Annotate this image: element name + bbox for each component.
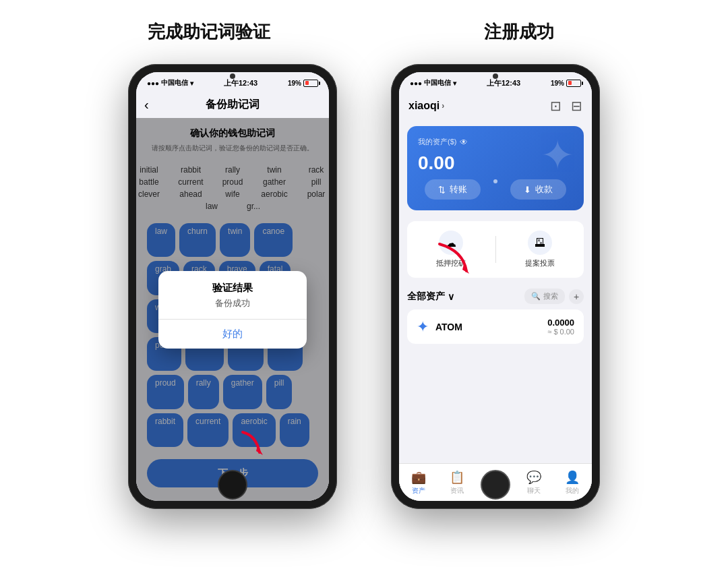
assets-search-area: 🔍 搜索 + xyxy=(524,289,584,304)
modal-ok-button[interactable]: 好的 xyxy=(158,320,307,349)
phone-camera xyxy=(230,73,235,79)
proposal-action[interactable]: 🗳 提案投票 xyxy=(496,231,584,268)
phone2-content: xiaoqi › ⊡ ⊟ ✦ 我的资产($) 👁 0.00 xyxy=(399,91,592,501)
receive-icon: ⬇ xyxy=(524,185,531,195)
profile-tab-icon: 👤 xyxy=(565,470,580,485)
carrier-label: 中国电信 xyxy=(161,78,188,88)
left-title: 完成助记词验证 xyxy=(148,22,270,42)
news-tab-icon: 📋 xyxy=(450,470,464,485)
eye-icon[interactable]: 👁 xyxy=(460,138,468,147)
nav-title: 备份助记词 xyxy=(206,98,260,112)
status2-time: 上午12:43 xyxy=(487,78,520,88)
modal-box: 验证结果 备份成功 好的 xyxy=(158,271,307,349)
atom-name: ATOM xyxy=(435,322,541,332)
username-text: xiaoqi xyxy=(408,100,439,112)
atom-usd: ≈ $ 0.00 xyxy=(547,328,574,336)
assets-chevron: ∨ xyxy=(448,291,454,302)
proposal-icon: 🗳 xyxy=(528,231,552,255)
profile-tab-label: 我的 xyxy=(566,486,579,496)
assets-title: 全部资产 ∨ xyxy=(407,291,454,303)
chat-tab-label: 聊天 xyxy=(527,486,541,496)
phones-row: ●●● 中国电信 ▾ 上午12:43 19% ‹ 备份助记词 xyxy=(128,64,600,509)
transfer-label: 转账 xyxy=(450,183,467,196)
phone2-home-button[interactable] xyxy=(481,470,510,500)
status2-right: 19% xyxy=(551,80,581,87)
tab-chat[interactable]: 💬 聊天 xyxy=(515,470,553,496)
modal-overlay: 验证结果 备份成功 好的 xyxy=(136,118,329,501)
phone-1: ●●● 中国电信 ▾ 上午12:43 19% ‹ 备份助记词 xyxy=(128,64,337,509)
arrow-annotation-2 xyxy=(426,237,480,278)
username-label: xiaoqi › xyxy=(408,100,444,112)
news-tab-label: 资讯 xyxy=(450,486,464,496)
signal-icon: ●●● xyxy=(147,80,159,87)
phone-2: ●●● 中国电信 ▾ 上午12:43 19% xiaoqi › xyxy=(391,64,600,509)
phone1-nav-bar: ‹ 备份助记词 xyxy=(136,91,329,118)
nav-icons: ⊡ ⊟ xyxy=(550,98,582,114)
search-placeholder: 搜索 xyxy=(543,291,558,301)
assets-header: 全部资产 ∨ 🔍 搜索 + xyxy=(407,289,584,304)
asset-card-label: 我的资产($) 👁 xyxy=(418,137,573,147)
back-icon[interactable]: ‹ xyxy=(144,97,149,113)
wifi2-icon: ▾ xyxy=(453,80,456,87)
search-box[interactable]: 🔍 搜索 xyxy=(524,289,565,304)
phone1-screen: ●●● 中国电信 ▾ 上午12:43 19% ‹ 备份助记词 xyxy=(136,72,329,501)
battery-fill xyxy=(305,81,309,85)
tab-assets[interactable]: 💼 资产 xyxy=(399,470,437,496)
status-left: ●●● 中国电信 ▾ xyxy=(147,78,193,88)
scan-icon[interactable]: ⊡ xyxy=(550,98,562,114)
phone2-screen: ●●● 中国电信 ▾ 上午12:43 19% xiaoqi › xyxy=(399,72,592,501)
phone1-content: 确认你的钱包助记词 请按顺序点击助记词，验证您备份的助记词是否正确。 initi… xyxy=(136,118,329,501)
atom-amount: 0.0000 xyxy=(547,318,574,328)
battery2-icon xyxy=(566,80,581,87)
search-icon: 🔍 xyxy=(531,292,541,301)
grid-icon[interactable]: ⊟ xyxy=(571,98,582,114)
asset-label-text: 我的资产($) xyxy=(418,137,456,147)
assets-title-text: 全部资产 xyxy=(407,291,445,303)
battery2-percent: 19% xyxy=(551,80,564,87)
transfer-icon: ⇅ xyxy=(438,185,446,195)
chevron-icon: › xyxy=(442,101,444,111)
battery-icon xyxy=(303,80,318,87)
assets-tab-icon: 💼 xyxy=(411,470,426,485)
wifi-icon: ▾ xyxy=(190,80,193,87)
transfer-button[interactable]: ⇅ 转账 xyxy=(425,179,481,200)
tab-profile[interactable]: 👤 我的 xyxy=(553,470,592,496)
atom-value: 0.0000 ≈ $ 0.00 xyxy=(547,318,574,336)
receive-label: 收款 xyxy=(535,183,553,196)
receive-button[interactable]: ⬇ 收款 xyxy=(510,179,566,200)
chat-tab-icon: 💬 xyxy=(526,470,541,485)
assets-tab-label: 资产 xyxy=(412,486,425,496)
status-right: 19% xyxy=(288,80,318,87)
battery2-fill xyxy=(568,81,572,85)
proposal-label: 提案投票 xyxy=(525,258,555,268)
tab-news[interactable]: 📋 资讯 xyxy=(437,470,476,496)
modal-title: 验证结果 xyxy=(158,271,307,297)
carrier2-label: 中国电信 xyxy=(424,78,451,88)
assets-section: 全部资产 ∨ 🔍 搜索 + ✦ ATOM xyxy=(407,289,584,458)
asset-card: ✦ 我的资产($) 👁 0.00 ⇅ 转账 ⬇ xyxy=(407,126,584,210)
status2-left: ●●● 中国电信 ▾ xyxy=(410,78,456,88)
modal-subtitle: 备份成功 xyxy=(158,297,307,319)
signal2-icon: ●●● xyxy=(410,80,422,87)
add-asset-button[interactable]: + xyxy=(569,289,584,304)
atom-asset-row: ✦ ATOM 0.0000 ≈ $ 0.00 xyxy=(407,309,584,344)
asset-actions: ⇅ 转账 ⬇ 收款 xyxy=(418,179,573,200)
battery-percent: 19% xyxy=(288,80,301,87)
right-title: 注册成功 xyxy=(484,22,554,42)
page-titles: 完成助记词验证 注册成功 xyxy=(0,0,728,57)
arrow-annotation-1 xyxy=(236,425,270,459)
status-time: 上午12:43 xyxy=(224,78,257,88)
phone2-nav: xiaoqi › ⊡ ⊟ xyxy=(399,91,592,121)
action-divider xyxy=(493,179,497,183)
atom-icon: ✦ xyxy=(417,318,429,336)
phone2-camera xyxy=(493,73,498,79)
